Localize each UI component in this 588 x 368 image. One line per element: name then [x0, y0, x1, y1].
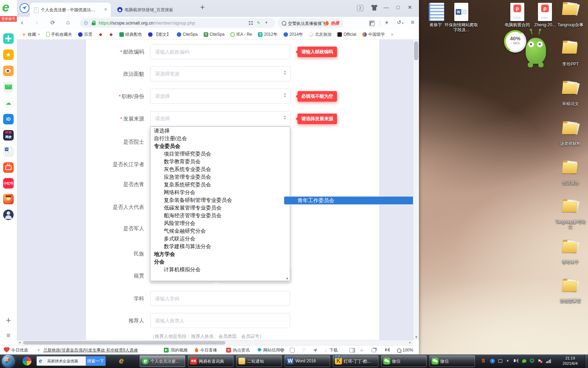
- taskbar-button-youdao[interactable]: 有道 网易有道词典: [188, 355, 233, 367]
- url-text[interactable]: https://scope.scimall.org.cn/member/sign…: [99, 20, 195, 26]
- home-button[interactable]: ⌂: [66, 19, 70, 26]
- bookmarks-overflow-chevron[interactable]: »: [391, 32, 393, 37]
- forward-button[interactable]: ›: [36, 19, 38, 26]
- dropdown-option[interactable]: 复杂装备研制管理专业委员会: [150, 196, 290, 204]
- apps-grid-icon[interactable]: [369, 21, 374, 26]
- site-info-icon[interactable]: [84, 21, 88, 25]
- taskbar-button-word[interactable]: W Word 2016: [285, 355, 330, 367]
- speed-boost-icon[interactable]: ϟ: [257, 20, 260, 25]
- ie-gold-icon[interactable]: e: [119, 356, 124, 366]
- tray-expand-arrow-icon[interactable]: ▲: [506, 359, 509, 362]
- health-app-icon[interactable]: [3, 33, 14, 44]
- dropdown-option-selected[interactable]: 青年工作委员会: [284, 196, 413, 205]
- taskbar-button-wechat-1[interactable]: 微信: [381, 355, 427, 367]
- news-ticker-link[interactable]: 兰新铁路(甘肃金昌境内)发生事故 初步核查9人遇难: [43, 346, 138, 355]
- id-app-icon[interactable]: iD: [3, 114, 14, 124]
- dropdown-option[interactable]: 应急管理专业委员会: [150, 173, 290, 181]
- link-manager-icon[interactable]: [349, 348, 353, 353]
- browser-logo[interactable]: e: [2, 0, 15, 15]
- dropdown-option[interactable]: 数学建模与算法分会: [150, 243, 290, 250]
- refresh-button[interactable]: ⟳: [50, 19, 55, 26]
- horizontal-scrollbar[interactable]: ◄ ►: [17, 340, 413, 345]
- search-query[interactable]: 交警执法直播被撞飞: [288, 21, 326, 27]
- featured-today-link[interactable]: 今日优选: [11, 346, 28, 355]
- e-mode-icon[interactable]: ℮: [360, 346, 363, 355]
- bookmark-liuxue[interactable]: 中国留学: [362, 32, 385, 38]
- zoom-magnifier-icon[interactable]: [397, 348, 401, 353]
- bookmark-iea[interactable]: IEA - Re: [230, 32, 252, 37]
- history-restore-icon[interactable]: ↺▼: [397, 19, 404, 26]
- back-button[interactable]: ‹: [21, 19, 23, 26]
- bookmark-favorites[interactable]: ★收藏▼: [22, 32, 40, 38]
- download-link[interactable]: 下载: [329, 346, 338, 355]
- dropdown-option[interactable]: 灰色系统专业委员会: [150, 165, 290, 173]
- source-select[interactable]: 请选择: [150, 111, 291, 126]
- start-button[interactable]: [2, 355, 14, 367]
- dropdown-option[interactable]: 请选择: [150, 127, 290, 135]
- dropdown-option[interactable]: 船海经济管理专业委员会: [150, 212, 290, 219]
- site-credit-link[interactable]: 网站信用: [263, 346, 280, 355]
- theme-sun-icon[interactable]: ☀: [384, 20, 389, 26]
- xiaohongshu-icon[interactable]: 小红书: [3, 178, 14, 189]
- favorites-star-icon[interactable]: ★: [3, 49, 14, 60]
- cloud-drive-icon[interactable]: ☁: [3, 98, 14, 108]
- mail-icon[interactable]: [3, 82, 14, 92]
- taskbar-search-widget[interactable]: e 高新技术企业优惠 搜索一下: [36, 356, 106, 366]
- hot-news-link[interactable]: 热点资讯: [233, 346, 250, 355]
- dropdown-option[interactable]: 风险管理分会: [150, 219, 290, 227]
- widget-icon[interactable]: [290, 348, 295, 353]
- word-doc-app-icon[interactable]: W: [3, 146, 14, 157]
- bookmark-official[interactable]: Official: [337, 32, 356, 37]
- title-select[interactable]: 请选择: [150, 89, 291, 104]
- memory-speed-ball[interactable]: 40% ↑ 0K/s: [504, 30, 526, 53]
- search-box[interactable]: 交警执法直播被撞飞 热搜: [278, 18, 343, 28]
- taskbar-search-button[interactable]: 搜索一下: [86, 356, 105, 366]
- assistant-mascot[interactable]: [524, 34, 547, 67]
- live-tv-icon[interactable]: [3, 162, 14, 173]
- dropdown-option[interactable]: 低碳发展管理专业委员会: [150, 204, 290, 212]
- show-desktop-button[interactable]: [584, 354, 588, 368]
- scroll-down-arrow-icon[interactable]: ▼: [413, 335, 419, 339]
- rail-add-button[interactable]: +: [0, 315, 17, 326]
- feedback-plane-icon[interactable]: [313, 348, 317, 352]
- wechat-tray-icon[interactable]: [522, 359, 526, 363]
- bookmark-baidu[interactable]: 百度: [78, 32, 92, 38]
- pinned-app-360-icon[interactable]: [22, 356, 31, 366]
- quick-access-button[interactable]: [20, 3, 29, 13]
- dropdown-option[interactable]: 计算机模拟分会: [150, 266, 290, 273]
- safety-plus-icon[interactable]: +: [530, 359, 534, 363]
- referrer-input[interactable]: [150, 313, 290, 328]
- hot-search-label[interactable]: 热搜: [331, 20, 339, 26]
- discipline-input[interactable]: [150, 291, 290, 306]
- bookmark-citespace-2[interactable]: 馆CiteSpa: [204, 32, 225, 37]
- health-heart-icon[interactable]: ♡: [302, 346, 306, 355]
- game-caishen-icon[interactable]: [3, 194, 14, 204]
- bookmark-phone-fav[interactable]: 手机收藏夹: [46, 32, 72, 38]
- postal-code-input[interactable]: [150, 44, 290, 59]
- weibo-icon[interactable]: [3, 66, 14, 76]
- dropdown-option[interactable]: 项目管理研究委员会: [150, 150, 290, 158]
- dropdown-option[interactable]: 数学教育委员会: [150, 158, 290, 165]
- bookmark-beijing[interactable]: 北京旅游: [309, 32, 331, 38]
- help-tray-icon[interactable]: ?: [490, 359, 495, 363]
- maximize-button[interactable]: □: [394, 4, 402, 10]
- volume-icon[interactable]: [514, 359, 516, 362]
- taskbar-button-folder[interactable]: 二轮通知: [236, 355, 282, 367]
- taskbar-clock[interactable]: 21:19 2021/6/4: [559, 356, 582, 366]
- taskbar-button-signup[interactable]: e 个人会员注册...: [140, 355, 185, 367]
- vertical-scrollbar-thumb[interactable]: [414, 41, 418, 60]
- window-tray-icon[interactable]: [498, 359, 502, 363]
- security-shield-icon[interactable]: [280, 348, 284, 353]
- tab-signup-page[interactable]: 个人会员注册 - 中国优选法统筹… ✕: [30, 2, 111, 17]
- vertical-scrollbar[interactable]: ▼: [413, 40, 419, 340]
- bookmark-citespace[interactable]: CiteSpa: [177, 32, 198, 37]
- tab-count-badge[interactable]: 2: [357, 5, 363, 11]
- taskbar-search-text[interactable]: 高新技术企业优惠: [47, 359, 78, 364]
- multi-window-icon[interactable]: [372, 348, 376, 352]
- bookmark-tuwen[interactable]: 【图文】: [148, 32, 171, 38]
- dropdown-option[interactable]: 自行注册/总会: [150, 135, 290, 142]
- bookmark-diamond-2[interactable]: ◆: [109, 32, 113, 37]
- collapse-chevron-icon[interactable]: ▼: [37, 346, 40, 355]
- political-select[interactable]: 请选择党派: [150, 66, 291, 81]
- login-account-badge[interactable]: 登录账号: [0, 16, 17, 22]
